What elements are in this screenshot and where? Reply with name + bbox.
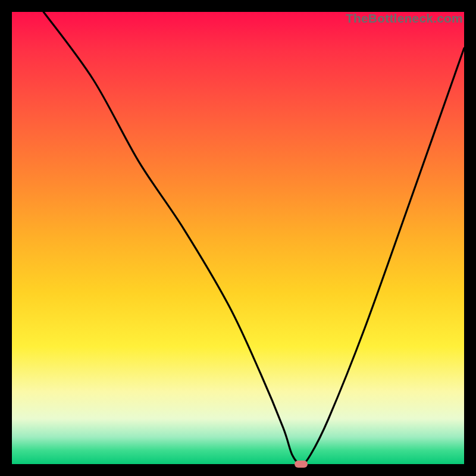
bottleneck-curve-path bbox=[43, 12, 464, 464]
plot-area: TheBottleneck.com bbox=[12, 12, 464, 464]
chart-frame: TheBottleneck.com bbox=[0, 0, 476, 476]
curve-layer bbox=[12, 12, 464, 464]
optimum-marker bbox=[295, 461, 308, 468]
